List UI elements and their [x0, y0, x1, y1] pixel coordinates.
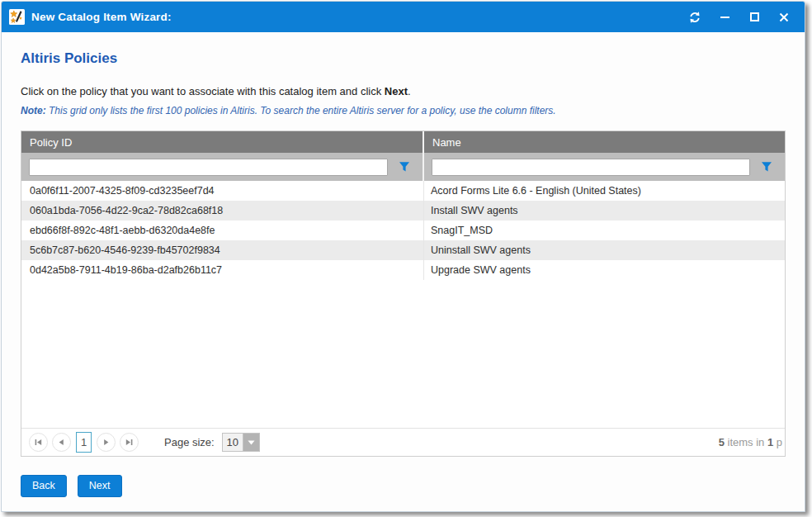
cell-policy-id: 060a1bda-7056-4d22-9ca2-78d82ca68f18 — [21, 201, 424, 221]
policy-id-filter-input[interactable] — [29, 159, 388, 176]
cell-name: SnagIT_MSD — [424, 225, 785, 236]
cell-name: Acord Forms Lite 6.6 - English (United S… — [424, 185, 785, 197]
close-icon[interactable] — [775, 8, 793, 26]
wizard-window: New Catalog Item Wizard: Altiri — [1, 1, 805, 512]
table-row[interactable]: 060a1bda-7056-4d22-9ca2-78d82ca68f18 Ins… — [21, 201, 785, 221]
column-header-policy-id[interactable]: Policy ID — [21, 131, 424, 153]
last-page-icon[interactable] — [120, 433, 139, 452]
filter-cell-policy-id — [21, 153, 424, 181]
page-size-value: 10 — [223, 434, 243, 451]
name-filter-input[interactable] — [432, 159, 750, 176]
first-page-icon[interactable] — [29, 433, 48, 452]
note-label: Note: — [21, 105, 46, 116]
policies-grid: Policy ID Name — [21, 130, 786, 457]
table-row[interactable]: 0a0f6f11-2007-4325-8f09-cd3235eef7d4 Aco… — [21, 181, 785, 201]
content-area: Altiris Policies Click on the policy tha… — [2, 32, 805, 511]
note-text: Note: This grid only lists the first 100… — [21, 105, 786, 116]
chevron-down-icon[interactable] — [243, 434, 259, 451]
grid-header-row: Policy ID Name — [21, 131, 785, 153]
cell-policy-id: 5c6b7c87-b620-4546-9239-fb45702f9834 — [21, 240, 424, 260]
cell-name: Uninstall SWV agents — [424, 244, 785, 256]
table-row[interactable]: 0d42a5b8-7911-4b19-86ba-d2afb26b11c7 Upg… — [21, 260, 785, 280]
grid-body: 0a0f6f11-2007-4325-8f09-cd3235eef7d4 Aco… — [21, 181, 785, 280]
cell-policy-id: ebd66f8f-892c-48f1-aebb-d6320da4e8fe — [21, 221, 424, 240]
cell-name: Upgrade SWV agents — [424, 264, 785, 276]
wizard-footer: Back Next — [21, 475, 786, 497]
grid-empty-area — [21, 280, 785, 428]
titlebar: New Catalog Item Wizard: — [2, 2, 805, 32]
grid-filter-row — [21, 153, 785, 181]
policy-id-filter-funnel-icon[interactable] — [394, 158, 414, 176]
maximize-icon[interactable] — [745, 8, 763, 26]
next-button[interactable]: Next — [78, 475, 122, 497]
refresh-icon[interactable] — [686, 8, 704, 26]
current-page-button[interactable]: 1 — [76, 432, 92, 453]
wizard-app-icon — [9, 9, 25, 25]
table-row[interactable]: ebd66f8f-892c-48f1-aebb-d6320da4e8fe Sna… — [21, 221, 785, 240]
page-size-dropdown[interactable]: 10 — [222, 433, 260, 452]
cell-policy-id: 0d42a5b8-7911-4b19-86ba-d2afb26b11c7 — [21, 260, 424, 280]
previous-page-icon[interactable] — [52, 433, 71, 452]
cell-policy-id: 0a0f6f11-2007-4325-8f09-cd3235eef7d4 — [21, 181, 424, 201]
table-row[interactable]: 5c6b7c87-b620-4546-9239-fb45702f9834 Uni… — [21, 240, 785, 260]
column-header-name[interactable]: Name — [424, 131, 785, 153]
name-filter-funnel-icon[interactable] — [757, 158, 777, 176]
back-button[interactable]: Back — [21, 475, 67, 497]
instruction-text: Click on the policy that you want to ass… — [21, 85, 786, 97]
window-title: New Catalog Item Wizard: — [31, 11, 172, 23]
grid-pager: 1 Page size: 10 5 items in 1 p — [21, 428, 785, 456]
page-size-label: Page size: — [164, 436, 215, 448]
items-count-text: 5 items in 1 p — [719, 436, 782, 448]
next-page-icon[interactable] — [97, 433, 116, 452]
filter-cell-name — [424, 153, 785, 181]
instruction-next-keyword: Next — [385, 85, 408, 97]
minimize-icon[interactable] — [715, 8, 734, 26]
cell-name: Install SWV agents — [424, 205, 785, 216]
page-title: Altiris Policies — [21, 50, 786, 67]
